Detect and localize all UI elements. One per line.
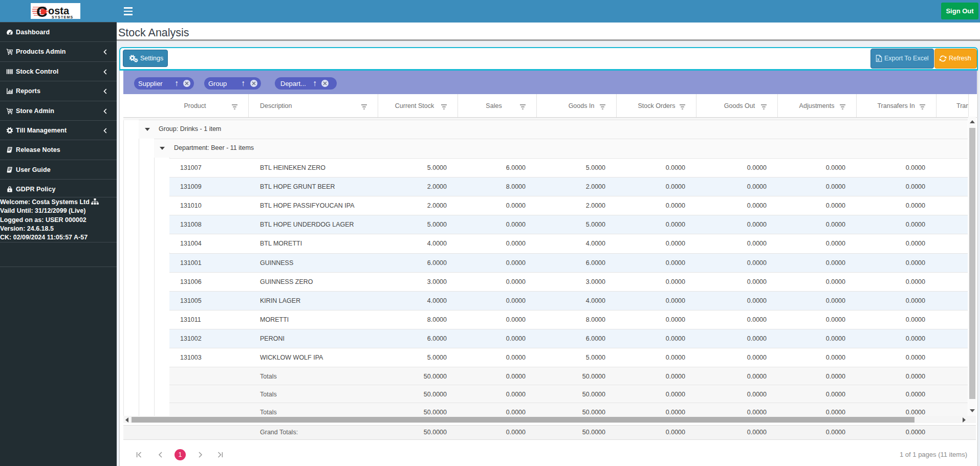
- svg-text:C: C: [36, 3, 48, 19]
- svg-text:x: x: [877, 56, 880, 61]
- svg-text:SYSTEMS: SYSTEMS: [52, 15, 74, 19]
